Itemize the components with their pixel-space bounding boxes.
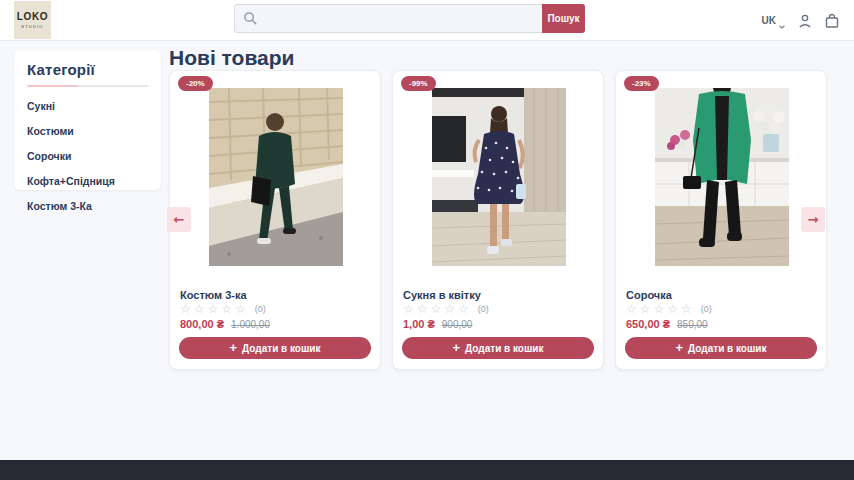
sidebar-item-sukni[interactable]: Сукні — [27, 100, 148, 112]
rating-count: (0) — [701, 304, 712, 314]
price-row: 650,00 ₴ 850,00 — [626, 318, 708, 330]
add-to-cart-label: Додати в кошик — [465, 343, 543, 354]
old-price: 850,00 — [677, 319, 708, 330]
discount-badge: -20% — [178, 76, 213, 91]
plus-icon: + — [453, 342, 461, 354]
search-input[interactable] — [234, 4, 542, 33]
sidebar-item-kofta-spidnytsya[interactable]: Кофта+Спідниця — [27, 175, 148, 187]
categories-sidebar: Категорії Сукні Костюми Сорочки Кофта+Сп… — [14, 50, 161, 190]
rating-row: ☆☆☆☆☆ (0) — [180, 303, 266, 315]
price-row: 1,00 ₴ 900,00 — [403, 318, 472, 330]
product-card[interactable]: -20% — [169, 70, 381, 370]
rating-row: ☆☆☆☆☆ (0) — [403, 303, 489, 315]
star-icons: ☆☆☆☆☆ — [626, 303, 695, 315]
language-label: UK — [762, 15, 776, 26]
carousel-prev-button[interactable]: ← — [167, 207, 191, 232]
footer — [0, 460, 854, 480]
product-card[interactable]: -99% — [392, 70, 604, 370]
sidebar-item-sorochky[interactable]: Сорочки — [27, 150, 148, 162]
arrow-right-icon: → — [808, 212, 819, 227]
header-actions: UK — [762, 0, 840, 41]
old-price: 1.000,00 — [231, 319, 270, 330]
storefront-page: LOKO STUDIO Пошук UK — [0, 0, 854, 480]
product-photo-suit[interactable] — [209, 88, 343, 266]
language-selector[interactable]: UK — [762, 15, 786, 26]
logo-subtext: STUDIO — [21, 24, 43, 29]
add-to-cart-button[interactable]: + Додати в кошик — [179, 337, 371, 359]
add-to-cart-button[interactable]: + Додати в кошик — [625, 337, 817, 359]
star-icons: ☆☆☆☆☆ — [180, 303, 249, 315]
product-title[interactable]: Костюм 3-ка — [180, 289, 247, 301]
add-to-cart-label: Додати в кошик — [242, 343, 320, 354]
header: LOKO STUDIO Пошук UK — [0, 0, 854, 41]
account-icon[interactable] — [797, 13, 813, 29]
rating-count: (0) — [478, 304, 489, 314]
price-row: 800,00 ₴ 1.000,00 — [180, 318, 270, 330]
search-button[interactable]: Пошук — [542, 4, 585, 33]
product-photo-dress[interactable] — [432, 88, 566, 266]
current-price: 650,00 ₴ — [626, 318, 670, 330]
cart-icon[interactable] — [824, 13, 840, 29]
logo[interactable]: LOKO STUDIO — [14, 1, 51, 39]
current-price: 800,00 ₴ — [180, 318, 224, 330]
carousel-next-button[interactable]: → — [801, 207, 825, 232]
sidebar-title: Категорії — [27, 61, 148, 78]
sidebar-divider — [27, 85, 148, 87]
plus-icon: + — [230, 342, 238, 354]
rating-row: ☆☆☆☆☆ (0) — [626, 303, 712, 315]
new-products-carousel: -20% — [169, 70, 827, 370]
discount-badge: -23% — [624, 76, 659, 91]
sidebar-item-kostyumy[interactable]: Костюми — [27, 125, 148, 137]
star-icons: ☆☆☆☆☆ — [403, 303, 472, 315]
product-photo-shirt[interactable] — [655, 88, 789, 266]
logo-text: LOKO — [17, 12, 48, 22]
page-title: Нові товари — [169, 46, 294, 70]
product-card[interactable]: -23% — [615, 70, 827, 370]
plus-icon: + — [676, 342, 684, 354]
chevron-down-icon — [778, 17, 786, 25]
add-to-cart-label: Додати в кошик — [688, 343, 766, 354]
product-title[interactable]: Сорочка — [626, 289, 672, 301]
rating-count: (0) — [255, 304, 266, 314]
old-price: 900,00 — [442, 319, 473, 330]
product-title[interactable]: Сукня в квітку — [403, 289, 481, 301]
arrow-left-icon: ← — [174, 212, 185, 227]
search-bar: Пошук — [234, 4, 585, 33]
add-to-cart-button[interactable]: + Додати в кошик — [402, 337, 594, 359]
current-price: 1,00 ₴ — [403, 318, 435, 330]
discount-badge: -99% — [401, 76, 436, 91]
sidebar-item-kostyum-3ka[interactable]: Костюм 3-Ка — [27, 200, 148, 212]
